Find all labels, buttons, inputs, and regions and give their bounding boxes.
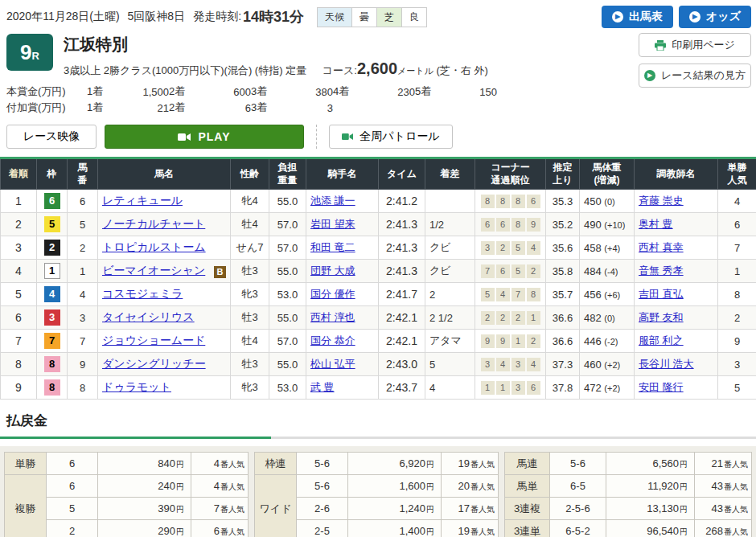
corner-pos: 2 (496, 241, 510, 255)
win-popularity: 5 (718, 376, 756, 400)
bet-type-label: 3連複 (505, 498, 550, 520)
results-guide-button[interactable]: ▶ レース結果の見方 (639, 64, 751, 88)
trainer-link[interactable]: 長谷川 浩大 (639, 358, 694, 370)
horse-link[interactable]: ジョウショームード (102, 334, 205, 346)
finish-pos: 5 (1, 283, 37, 306)
payout-section: 払戻金 単勝 6 840円 4番人気 複勝 6 240円 4番人気 5 390円… (0, 412, 756, 537)
waku-badge: 1 (44, 263, 60, 279)
race-number: 9 (20, 40, 31, 65)
margin: 5 (425, 353, 475, 376)
trainer-link[interactable]: 斉藤 崇史 (639, 195, 684, 207)
last-3f: 35.2 (546, 213, 580, 236)
col-corners: コーナー通過順位 (475, 158, 546, 190)
finish-time: 2:41.2 (379, 190, 425, 213)
horse-number: 5 (68, 213, 98, 236)
corner-pos: 7 (512, 288, 525, 301)
corner-pos: 1 (527, 311, 540, 325)
sex-age: 牡4 (231, 330, 269, 353)
table-row: 2 5 5 ノーチカルチャート 牡4 57.0 岩田 望来 2:41.3 1/2… (1, 213, 756, 236)
jockey-link[interactable]: 岩田 望来 (310, 218, 355, 230)
odds-label: オッズ (706, 10, 741, 24)
corner-pos: 8 (481, 195, 495, 208)
condition-badges: 天候 曇 芝 良 (317, 7, 427, 27)
sex-age: せん7 (231, 236, 269, 260)
payout-popularity: 7 (214, 502, 220, 514)
trainer-link[interactable]: 西村 真幸 (639, 241, 684, 253)
trainer-link[interactable]: 安田 隆行 (639, 381, 684, 393)
arrow-circle-icon: ▶ (644, 70, 655, 81)
race-video-button[interactable]: レース映像 (6, 125, 97, 149)
waku-badge: 2 (44, 240, 60, 256)
bet-type-label: 単勝 (5, 453, 47, 475)
finish-pos: 3 (1, 236, 37, 260)
table-header-row: 着順 枠 馬番 馬名 性齢 負担重量 騎手名 タイム 着差 コーナー通過順位 推… (1, 158, 756, 190)
sex-age: 牝3 (231, 376, 269, 400)
payout-amount: 6,560 (652, 457, 679, 469)
jockey-link[interactable]: 国分 優作 (310, 288, 355, 300)
win-popularity: 6 (718, 213, 756, 236)
divider (316, 125, 317, 149)
horse-link[interactable]: トロピカルストーム (102, 240, 206, 253)
corner-pos: 4 (527, 241, 540, 255)
trainer-link[interactable]: 服部 利之 (639, 334, 684, 346)
corner-pos: 6 (496, 264, 510, 278)
play-button[interactable]: PLAY (105, 125, 304, 149)
horse-link[interactable]: ダンシングリッチー (102, 357, 206, 370)
horse-link[interactable]: ノーチカルチャート (102, 217, 205, 230)
start-time: 14時31分 (243, 7, 304, 27)
horse-link[interactable]: コスモジェミラ (102, 287, 183, 300)
col-trainer: 調教師名 (635, 158, 718, 190)
trainer-link[interactable]: 音無 秀孝 (639, 264, 684, 277)
horse-link[interactable]: ビーマイオーシャン (102, 264, 205, 277)
jockey-link[interactable]: 松山 弘平 (310, 358, 355, 370)
finish-time: 2:43.0 (379, 353, 425, 376)
horse-link[interactable]: タイセイシリウス (102, 310, 195, 323)
entry-table-label: 出馬表 (629, 10, 663, 24)
horse-link[interactable]: ドゥラモット (102, 380, 171, 393)
trainer-link[interactable]: 奥村 豊 (639, 218, 673, 230)
print-page-button[interactable]: 印刷用ページ (639, 33, 751, 57)
odds-button[interactable]: ▶ オッズ (679, 6, 751, 28)
finish-pos: 7 (1, 330, 37, 353)
jockey-link[interactable]: 西村 淳也 (310, 311, 355, 323)
table-row: 3 2 2 トロピカルストーム せん7 57.0 和田 竜二 2:41.3 クビ… (1, 236, 756, 260)
entry-table-button[interactable]: ▶ 出馬表 (602, 6, 673, 28)
combination: 2-5-6 (550, 498, 606, 520)
last-3f: 35.3 (546, 190, 580, 213)
corner-pos: 4 (496, 288, 510, 301)
horse-weight-diff: (0) (604, 197, 614, 207)
jockey-link[interactable]: 和田 竜二 (310, 241, 355, 253)
horse-weight-diff: (+6) (604, 290, 620, 300)
corner-pos: 5 (512, 241, 525, 255)
payout-row: ワイド 5-6 1,600円 20番人気 (255, 475, 499, 498)
col-jockey: 騎手名 (306, 158, 379, 190)
trainer-link[interactable]: 吉田 直弘 (639, 288, 684, 300)
finish-pos: 6 (1, 306, 37, 330)
horse-number: 2 (68, 236, 98, 260)
start-time-label: 発走時刻: (193, 10, 241, 24)
meeting-info: 5回阪神8日 (128, 10, 186, 24)
corner-pos: 5 (481, 288, 495, 301)
patrol-video-button[interactable]: 全周パトロール (329, 125, 453, 149)
arrow-circle-icon: ▶ (612, 11, 623, 23)
corner-pos: 6 (527, 381, 540, 395)
combination: 5 (47, 498, 98, 520)
course-unit: メートル (397, 66, 433, 76)
going-value: 良 (401, 8, 426, 27)
payout-popularity: 21 (712, 457, 723, 469)
weather-label: 天候 (318, 8, 351, 27)
combination: 5-6 (550, 453, 606, 475)
jockey-link[interactable]: 武 豊 (310, 381, 335, 393)
corner-pos: 2 (512, 311, 525, 325)
finish-pos: 2 (1, 213, 37, 236)
payout-row: 単勝 6 840円 4番人気 (5, 453, 249, 475)
jockey-link[interactable]: 池添 謙一 (310, 195, 355, 207)
horse-link[interactable]: レティキュール (102, 194, 183, 207)
horse-weight-diff: (+4) (604, 244, 620, 253)
last-3f: 35.6 (546, 236, 580, 260)
payout-table-win: 単勝 6 840円 4番人気 複勝 6 240円 4番人気 5 390円 7番人… (4, 452, 249, 537)
corner-pos: 4 (527, 358, 540, 371)
jockey-link[interactable]: 国分 恭介 (310, 334, 355, 346)
trainer-link[interactable]: 高野 友和 (639, 311, 684, 323)
jockey-link[interactable]: 団野 大成 (310, 264, 355, 277)
